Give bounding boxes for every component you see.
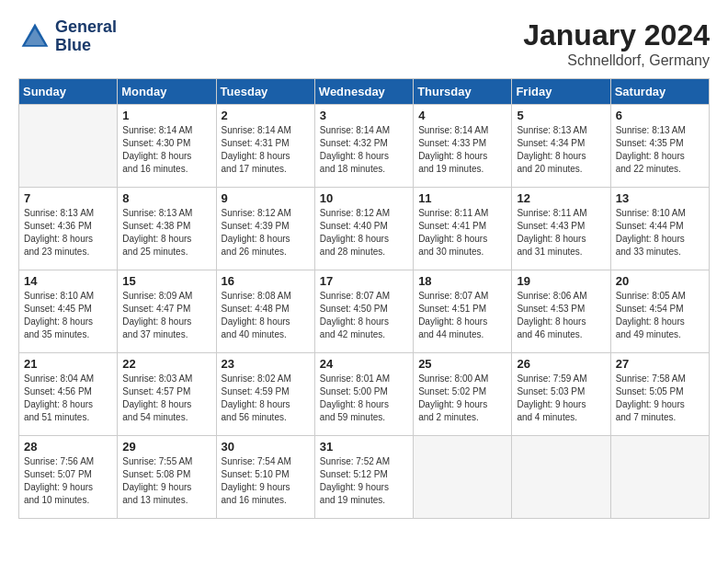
logo-text: General Blue (55, 18, 117, 55)
calendar-day-cell: 7Sunrise: 8:13 AM Sunset: 4:36 PM Daylig… (19, 188, 118, 270)
calendar-week-row: 28Sunrise: 7:56 AM Sunset: 5:07 PM Dayli… (19, 436, 710, 519)
day-info: Sunrise: 8:07 AM Sunset: 4:51 PM Dayligh… (418, 290, 506, 341)
day-number: 15 (122, 274, 210, 288)
day-info: Sunrise: 8:14 AM Sunset: 4:31 PM Dayligh… (222, 124, 310, 176)
day-info: Sunrise: 8:11 AM Sunset: 4:41 PM Dayligh… (418, 207, 506, 259)
calendar-body: 1Sunrise: 8:14 AM Sunset: 4:30 PM Daylig… (19, 105, 710, 519)
calendar-day-cell: 15Sunrise: 8:09 AM Sunset: 4:47 PM Dayli… (118, 270, 216, 353)
day-number: 20 (616, 274, 704, 288)
calendar-day-cell: 26Sunrise: 7:59 AM Sunset: 5:03 PM Dayli… (512, 353, 610, 436)
day-info: Sunrise: 8:12 AM Sunset: 4:40 PM Dayligh… (320, 207, 408, 259)
day-number: 21 (24, 357, 112, 371)
calendar-day-cell: 4Sunrise: 8:14 AM Sunset: 4:33 PM Daylig… (414, 105, 512, 188)
location: Schnelldorf, Germany (523, 52, 710, 69)
calendar-week-row: 14Sunrise: 8:10 AM Sunset: 4:45 PM Dayli… (19, 270, 710, 353)
calendar-day-cell: 30Sunrise: 7:54 AM Sunset: 5:10 PM Dayli… (216, 436, 314, 519)
day-info: Sunrise: 8:06 AM Sunset: 4:53 PM Dayligh… (517, 290, 605, 341)
calendar-day-cell: 17Sunrise: 8:07 AM Sunset: 4:50 PM Dayli… (314, 270, 413, 353)
weekday-header-cell: Friday (512, 79, 610, 105)
day-info: Sunrise: 8:08 AM Sunset: 4:48 PM Dayligh… (222, 290, 310, 341)
month-year: January 2024 (523, 18, 710, 52)
calendar-day-cell (19, 105, 118, 188)
day-info: Sunrise: 8:14 AM Sunset: 4:33 PM Dayligh… (418, 124, 506, 176)
day-info: Sunrise: 8:13 AM Sunset: 4:36 PM Dayligh… (24, 207, 112, 259)
calendar-day-cell: 27Sunrise: 7:58 AM Sunset: 5:05 PM Dayli… (610, 353, 709, 436)
day-info: Sunrise: 8:00 AM Sunset: 5:02 PM Dayligh… (418, 373, 506, 424)
calendar-day-cell: 22Sunrise: 8:03 AM Sunset: 4:57 PM Dayli… (118, 353, 216, 436)
day-number: 22 (122, 357, 210, 371)
calendar-day-cell: 23Sunrise: 8:02 AM Sunset: 4:59 PM Dayli… (216, 353, 314, 436)
day-info: Sunrise: 7:52 AM Sunset: 5:12 PM Dayligh… (320, 455, 408, 507)
day-number: 1 (122, 109, 210, 122)
day-number: 24 (320, 357, 408, 371)
calendar-day-cell: 1Sunrise: 8:14 AM Sunset: 4:30 PM Daylig… (118, 105, 216, 188)
day-info: Sunrise: 8:04 AM Sunset: 4:56 PM Dayligh… (24, 373, 112, 424)
weekday-header-cell: Tuesday (216, 79, 314, 105)
logo-icon (18, 20, 51, 53)
day-info: Sunrise: 8:14 AM Sunset: 4:32 PM Dayligh… (320, 124, 408, 176)
day-info: Sunrise: 8:03 AM Sunset: 4:57 PM Dayligh… (122, 373, 210, 424)
day-number: 2 (222, 109, 310, 122)
logo: General Blue (18, 18, 117, 55)
day-number: 9 (222, 191, 310, 205)
day-info: Sunrise: 8:07 AM Sunset: 4:50 PM Dayligh… (320, 290, 408, 341)
calendar-day-cell: 9Sunrise: 8:12 AM Sunset: 4:39 PM Daylig… (216, 188, 314, 270)
day-number: 18 (418, 274, 506, 288)
calendar-week-row: 21Sunrise: 8:04 AM Sunset: 4:56 PM Dayli… (19, 353, 710, 436)
weekday-header-row: SundayMondayTuesdayWednesdayThursdayFrid… (19, 79, 710, 105)
day-number: 12 (517, 191, 605, 205)
weekday-header-cell: Wednesday (314, 79, 413, 105)
calendar-day-cell: 16Sunrise: 8:08 AM Sunset: 4:48 PM Dayli… (216, 270, 314, 353)
calendar-week-row: 7Sunrise: 8:13 AM Sunset: 4:36 PM Daylig… (19, 188, 710, 270)
calendar-day-cell: 14Sunrise: 8:10 AM Sunset: 4:45 PM Dayli… (19, 270, 118, 353)
day-number: 23 (222, 357, 310, 371)
calendar-day-cell: 29Sunrise: 7:55 AM Sunset: 5:08 PM Dayli… (118, 436, 216, 519)
calendar-day-cell: 21Sunrise: 8:04 AM Sunset: 4:56 PM Dayli… (19, 353, 118, 436)
calendar-day-cell: 5Sunrise: 8:13 AM Sunset: 4:34 PM Daylig… (512, 105, 610, 188)
calendar-day-cell (414, 436, 512, 519)
calendar-week-row: 1Sunrise: 8:14 AM Sunset: 4:30 PM Daylig… (19, 105, 710, 188)
calendar-day-cell: 18Sunrise: 8:07 AM Sunset: 4:51 PM Dayli… (414, 270, 512, 353)
calendar-day-cell: 11Sunrise: 8:11 AM Sunset: 4:41 PM Dayli… (414, 188, 512, 270)
day-number: 5 (517, 109, 605, 122)
day-number: 25 (418, 357, 506, 371)
day-number: 28 (24, 440, 112, 454)
day-info: Sunrise: 7:56 AM Sunset: 5:07 PM Dayligh… (24, 455, 112, 507)
calendar-day-cell: 24Sunrise: 8:01 AM Sunset: 5:00 PM Dayli… (314, 353, 413, 436)
day-info: Sunrise: 8:13 AM Sunset: 4:35 PM Dayligh… (616, 124, 704, 176)
day-info: Sunrise: 8:13 AM Sunset: 4:38 PM Dayligh… (122, 207, 210, 259)
calendar-day-cell: 20Sunrise: 8:05 AM Sunset: 4:54 PM Dayli… (610, 270, 709, 353)
day-number: 8 (122, 191, 210, 205)
day-number: 26 (517, 357, 605, 371)
day-info: Sunrise: 7:54 AM Sunset: 5:10 PM Dayligh… (222, 455, 310, 507)
day-info: Sunrise: 8:01 AM Sunset: 5:00 PM Dayligh… (320, 373, 408, 424)
day-info: Sunrise: 8:05 AM Sunset: 4:54 PM Dayligh… (616, 290, 704, 341)
calendar-day-cell: 6Sunrise: 8:13 AM Sunset: 4:35 PM Daylig… (610, 105, 709, 188)
calendar-day-cell: 13Sunrise: 8:10 AM Sunset: 4:44 PM Dayli… (610, 188, 709, 270)
calendar-day-cell: 8Sunrise: 8:13 AM Sunset: 4:38 PM Daylig… (118, 188, 216, 270)
day-info: Sunrise: 8:13 AM Sunset: 4:34 PM Dayligh… (517, 124, 605, 176)
day-info: Sunrise: 8:10 AM Sunset: 4:45 PM Dayligh… (24, 290, 112, 341)
calendar-day-cell: 31Sunrise: 7:52 AM Sunset: 5:12 PM Dayli… (314, 436, 413, 519)
day-number: 7 (24, 191, 112, 205)
day-number: 14 (24, 274, 112, 288)
day-info: Sunrise: 7:55 AM Sunset: 5:08 PM Dayligh… (122, 455, 210, 507)
weekday-header-cell: Sunday (19, 79, 118, 105)
day-number: 17 (320, 274, 408, 288)
day-info: Sunrise: 8:11 AM Sunset: 4:43 PM Dayligh… (517, 207, 605, 259)
day-number: 27 (616, 357, 704, 371)
day-number: 3 (320, 109, 408, 122)
weekday-header-cell: Thursday (414, 79, 512, 105)
day-number: 30 (222, 440, 310, 454)
day-number: 31 (320, 440, 408, 454)
calendar-table: SundayMondayTuesdayWednesdayThursdayFrid… (18, 78, 710, 519)
calendar-day-cell: 25Sunrise: 8:00 AM Sunset: 5:02 PM Dayli… (414, 353, 512, 436)
day-info: Sunrise: 8:10 AM Sunset: 4:44 PM Dayligh… (616, 207, 704, 259)
day-number: 13 (616, 191, 704, 205)
title-block: January 2024 Schnelldorf, Germany (523, 18, 710, 69)
calendar-day-cell (512, 436, 610, 519)
calendar-day-cell: 3Sunrise: 8:14 AM Sunset: 4:32 PM Daylig… (314, 105, 413, 188)
calendar-day-cell: 10Sunrise: 8:12 AM Sunset: 4:40 PM Dayli… (314, 188, 413, 270)
day-number: 10 (320, 191, 408, 205)
day-info: Sunrise: 7:58 AM Sunset: 5:05 PM Dayligh… (616, 373, 704, 424)
